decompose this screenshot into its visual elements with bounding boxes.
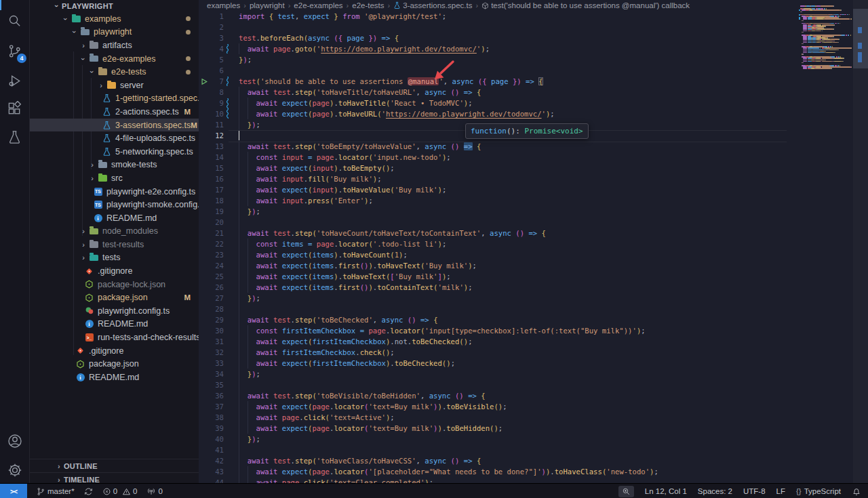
encoding-indicator[interactable]: UTF-8	[743, 487, 766, 495]
tree-item-1-getting-started-spec-ts[interactable]: 1-getting-started.spec.tsM	[30, 92, 199, 106]
code-line[interactable]: 32 await firstItemCheckbox.check();	[199, 347, 868, 358]
tree-item-readme-md[interactable]: iREADME.md	[30, 318, 199, 331]
code-line[interactable]: 27 });	[199, 293, 868, 304]
code-line[interactable]: 30 const firstItemCheckbox = page.locato…	[199, 325, 868, 336]
timeline-section-header[interactable]: › TIMELINE	[30, 472, 199, 483]
git-branch-item[interactable]: master*	[37, 487, 75, 496]
code-line[interactable]: 5});	[199, 54, 868, 65]
sync-button[interactable]	[84, 487, 93, 496]
tree-item-readme-md[interactable]: iREADME.md	[30, 211, 199, 225]
code-line[interactable]: 42 await test.step('toHaveClass/toHaveCS…	[199, 455, 868, 466]
tree-item-node-modules[interactable]: ›node_modules	[30, 225, 199, 238]
tree-item-playwright-config-ts[interactable]: playwright.config.ts	[30, 304, 199, 318]
code-line[interactable]: 26 await expect(items.first()).toContain…	[199, 282, 868, 293]
code-line[interactable]: 37 await expect(page.locator('text=Buy m…	[199, 401, 868, 412]
code-line[interactable]: 31 await expect(firstItemCheckbox).not.t…	[199, 336, 868, 347]
gutter-modified-marker[interactable]	[226, 44, 229, 54]
tree-item-3-assertions-spec-ts[interactable]: 3-assertions.spec.tsM	[30, 119, 199, 132]
code-line[interactable]: 34 });	[199, 369, 868, 379]
outline-section-header[interactable]: › OUTLINE	[30, 459, 199, 472]
tree-item--gitignore[interactable]: .gitignore	[30, 344, 199, 358]
code-line[interactable]: 7test('should be able to use assertions …	[199, 76, 868, 87]
code-area[interactable]: 1import { test, expect } from '@playwrig…	[199, 0, 868, 483]
code-line[interactable]: 17 await expect(input).toHaveValue('Buy …	[199, 184, 868, 195]
code-line[interactable]: 20	[199, 217, 868, 228]
gutter-modified-marker[interactable]	[226, 98, 229, 119]
source-control-icon[interactable]: 4	[0, 37, 29, 64]
code-line[interactable]: 29 await test.step('toBeChecked', async …	[199, 314, 868, 325]
problems-item[interactable]: 0 0	[102, 487, 138, 496]
code-line[interactable]: 25 await expect(items).toHaveText(['Buy …	[199, 271, 868, 282]
minimap[interactable]	[799, 0, 852, 483]
line-col-indicator[interactable]: Ln 12, Col 1	[645, 487, 687, 495]
tree-item--gitignore[interactable]: .gitignore	[30, 264, 199, 278]
code-line[interactable]: 14 const input = page.locator('input.new…	[199, 152, 868, 163]
editor-pane[interactable]: examples›playwright›e2e-examples›e2e-tes…	[199, 0, 868, 483]
code-line[interactable]: 23 await expect(items).toHaveCount(1);	[199, 249, 868, 260]
code-line[interactable]: 6	[199, 65, 868, 76]
code-line[interactable]: 22 const items = page.locator('.todo-lis…	[199, 238, 868, 249]
code-line[interactable]: 28	[199, 304, 868, 314]
tree-item-smoke-tests[interactable]: ›smoke-tests	[30, 159, 199, 172]
indent-indicator[interactable]: Spaces: 2	[698, 487, 732, 495]
tree-item-tests[interactable]: ›tests	[30, 251, 199, 265]
code-line[interactable]: 9 await expect(page).toHaveTitle('React …	[199, 98, 868, 108]
tree-item-test-results[interactable]: ›test-results	[30, 238, 199, 251]
code-line[interactable]: 1import { test, expect } from '@playwrig…	[199, 11, 868, 22]
tree-item-playwright[interactable]: ›playwright	[30, 26, 199, 39]
code-line[interactable]: 40 });	[199, 434, 868, 444]
code-line[interactable]: 13 await test.step('toBeEmpty/toHaveValu…	[199, 141, 868, 152]
tree-item-package-lock-json[interactable]: package-lock.json	[30, 278, 199, 291]
code-line[interactable]: 35	[199, 379, 868, 390]
scrollbar-track[interactable]	[853, 0, 868, 483]
code-line[interactable]: 8 await test.step('toHaveTitle/toHaveURL…	[199, 87, 868, 98]
tree-item-package-json[interactable]: package.jsonM	[30, 291, 199, 304]
code-line[interactable]: 3test.beforeEach(async ({ page }) => {	[199, 33, 868, 43]
tree-item-2-actions-spec-ts[interactable]: 2-actions.spec.tsM	[30, 105, 199, 119]
debug-icon[interactable]	[0, 67, 29, 94]
beaker-icon[interactable]	[0, 123, 29, 150]
search-icon[interactable]	[0, 7, 29, 34]
code-line[interactable]: 44 await page.click('text=Clear complete…	[199, 477, 868, 483]
code-line[interactable]: 10 await expect(page).toHaveURL('https:/…	[199, 108, 868, 119]
tree-item-server[interactable]: ›server	[30, 79, 199, 92]
tree-item-playwright-e2e-config-ts[interactable]: TSplaywright-e2e.config.ts	[30, 185, 199, 199]
eol-indicator[interactable]: LF	[776, 487, 785, 495]
language-indicator[interactable]: {}TypeScript	[796, 487, 841, 495]
tree-item-artifacts[interactable]: ›artifacts	[30, 39, 199, 52]
code-line[interactable]: 24 await expect(items.first()).toHaveTex…	[199, 260, 868, 271]
code-line[interactable]: 36 await test.step('toBeVisible/toBeHidd…	[199, 390, 868, 401]
code-line[interactable]: 39 await expect(page.locator('text=Buy m…	[199, 423, 868, 434]
ports-item[interactable]: 0	[146, 487, 162, 496]
code-line[interactable]: 21 await test.step('toHaveCount/toHaveTe…	[199, 228, 868, 238]
remote-indicator[interactable]: ><	[0, 484, 27, 498]
code-line[interactable]: 19 });	[199, 206, 868, 217]
tree-item-e2e-tests[interactable]: ›e2e-tests	[30, 65, 199, 79]
account-icon[interactable]	[0, 428, 29, 455]
bell-icon[interactable]	[852, 486, 861, 496]
code-line[interactable]: 33 await expect(firstItemCheckbox).toBeC…	[199, 358, 868, 369]
gear-icon[interactable]	[0, 457, 29, 484]
tree-item-playwright-smoke-config-ts[interactable]: TSplaywright-smoke.config.ts	[30, 198, 199, 211]
tree-item-readme-md[interactable]: iREADME.md	[30, 371, 199, 384]
code-line[interactable]: 43 await expect(page.locator('[placehold…	[199, 466, 868, 477]
tree-item-package-json[interactable]: package.json	[30, 357, 199, 371]
code-line[interactable]: 4 await page.goto('https://demo.playwrig…	[199, 43, 868, 54]
code-line[interactable]: 2	[199, 22, 868, 33]
code-line[interactable]: 38 await page.click('text=Active');	[199, 412, 868, 423]
zoom-button[interactable]	[618, 486, 634, 497]
tree-item-e2e-examples[interactable]: ›e2e-examples	[30, 52, 199, 66]
tree-item-examples[interactable]: ›examples	[30, 12, 199, 26]
tree-item-5-networking-spec-ts[interactable]: 5-networking.spec.ts	[30, 145, 199, 159]
code-line[interactable]: 18 await input.press('Enter');	[199, 195, 868, 206]
code-line[interactable]: 15 await expect(input).toBeEmpty();	[199, 163, 868, 173]
run-test-button[interactable]	[201, 76, 209, 87]
tree-item-4-file-uploads-spec-ts[interactable]: 4-file-uploads.spec.ts	[30, 131, 199, 145]
code-line[interactable]: 41	[199, 444, 868, 455]
explorer-section-header[interactable]: › PLAYWRIGHT	[30, 0, 199, 12]
code-line[interactable]: 16 await input.fill('Buy milk');	[199, 173, 868, 184]
tree-item-run-tests-and-check-results-sh[interactable]: >_run-tests-and-check-results.sh	[30, 331, 199, 344]
extensions-icon[interactable]	[0, 95, 29, 122]
tree-item-src[interactable]: ›src	[30, 171, 199, 185]
gutter-modified-marker[interactable]	[226, 77, 229, 86]
